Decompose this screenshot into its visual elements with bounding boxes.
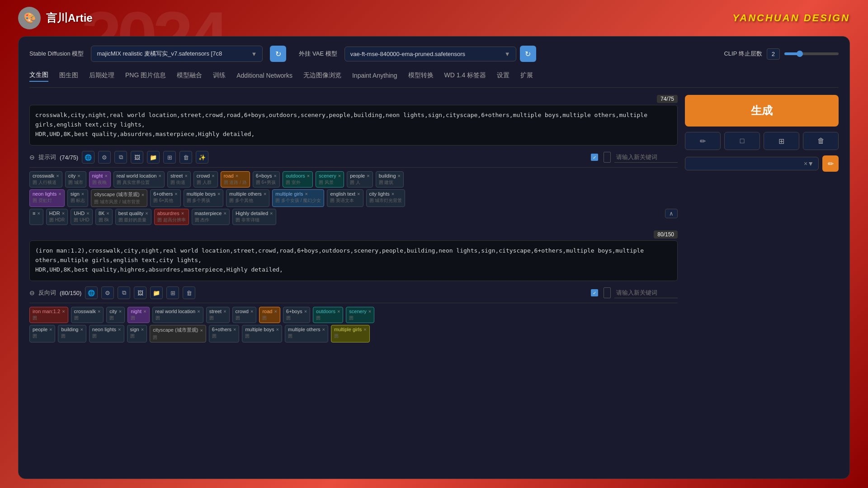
tag-road[interactable]: road ×囲 道路 / 路 (221, 171, 250, 188)
tag-neon-lights[interactable]: neon lights ×囲 霓虹灯 (29, 189, 65, 207)
neg-tag-multiple-boys[interactable]: multiple boys ×囲 (242, 325, 282, 343)
neg-tag-sign[interactable]: sign ×囲 (127, 325, 147, 343)
tag-cityscape[interactable]: cityscape (城市景观) ×囲 城市风景 / 城市背景 (91, 189, 147, 207)
duplicate-icon-btn[interactable]: ⊞ (163, 151, 176, 164)
grid-tool-button[interactable]: ⊞ (764, 132, 799, 150)
neg-view-toggle-btn[interactable] (604, 287, 611, 298)
magic-icon-btn[interactable]: ✨ (196, 151, 208, 164)
edit-tool-button[interactable]: ✏ (685, 132, 721, 150)
tag-bars[interactable]: ≡ × (29, 209, 43, 225)
tag-outdoors[interactable]: outdoors ×囲 室外 (283, 171, 313, 188)
orange-pen-button[interactable]: ✏ (822, 155, 839, 172)
tab-train[interactable]: 训练 (213, 70, 226, 81)
tag-absurdres[interactable]: absurdres ×囲 超高分辨率 (154, 209, 189, 225)
folder-icon-btn[interactable]: 📁 (147, 151, 160, 164)
copy-icon-btn[interactable]: ⧉ (114, 151, 127, 164)
neg-tag-neon-lights[interactable]: neon lights ×囲 (89, 325, 124, 343)
tag-night[interactable]: night ×囲 夜晚 (89, 171, 111, 188)
tab-postprocess[interactable]: 后期处理 (89, 70, 114, 81)
neg-trash-icon-btn[interactable]: 🗑 (183, 286, 195, 299)
sd-model-select[interactable]: majicMIX realistic 麦橘写实_v7.safetensors [… (91, 46, 263, 62)
tab-merge[interactable]: 模型融合 (177, 70, 202, 81)
negative-prompt-textarea[interactable]: (iron man:1.2),crosswalk,city,night,real… (29, 240, 678, 281)
neg-tag-road[interactable]: road ×囲 (259, 307, 280, 323)
neg-tag-cityscape[interactable]: cityscape (城市景观) ×囲 (150, 325, 206, 343)
tab-model-convert[interactable]: 模型转换 (408, 70, 434, 81)
tag-city[interactable]: city ×囲 城市 (65, 171, 86, 188)
neg-tag-6plus-boys[interactable]: 6+boys ×囲 (283, 307, 310, 323)
image-icon-btn[interactable]: 🖼 (131, 151, 143, 164)
neg-tag-6plus-others[interactable]: 6+others ×囲 (209, 325, 240, 343)
tab-wd-tagger[interactable]: WD 1.4 标签器 (444, 70, 486, 81)
neg-tag-ironman[interactable]: iron man:1.2 ×囲 (29, 307, 68, 323)
tag-city-lights[interactable]: city lights ×囲 城市灯光背景 (366, 189, 406, 207)
tag-highly-detailed[interactable]: Highly detailed ×囲 非常详细 (232, 209, 276, 225)
tag-people[interactable]: people ×囲 人 (347, 171, 373, 188)
trash-tool-button[interactable]: 🗑 (803, 132, 839, 150)
tag-english-text[interactable]: english text ×囲 英语文本 (327, 189, 363, 207)
tag-masterpiece[interactable]: masterpiece ×囲 杰作 (192, 209, 230, 225)
neg-tag-multiple-girls[interactable]: multiple girls ×囲 (331, 325, 370, 343)
tag-uhd[interactable]: UHD ×囲 UHD (71, 209, 92, 225)
clear-color-button[interactable]: × (804, 160, 807, 167)
neg-copy-icon-btn[interactable]: ⧉ (118, 286, 130, 299)
tab-settings[interactable]: 设置 (497, 70, 509, 81)
tab-inpaint-anything[interactable]: Inpaint Anything (352, 70, 397, 81)
neg-tag-real-world-location[interactable]: real world location ×囲 (152, 307, 203, 323)
neg-tag-city[interactable]: city ×囲 (106, 307, 125, 323)
neg-tag-outdoors[interactable]: outdoors ×囲 (313, 307, 343, 323)
tab-img2img[interactable]: 图生图 (59, 70, 78, 81)
collapse-button[interactable]: ∧ (665, 209, 678, 218)
tag-multiple-boys[interactable]: multiple boys ×囲 多个男孩 (184, 189, 224, 207)
neg-gear-icon-btn[interactable]: ⚙ (101, 286, 114, 299)
tag-hdr[interactable]: HDR ×囲 HDR (46, 209, 68, 225)
neg-tag-crowd[interactable]: crowd ×囲 (232, 307, 257, 323)
tab-txt2img[interactable]: 文生图 (29, 69, 48, 82)
globe-icon-btn[interactable]: 🌐 (82, 151, 94, 164)
tag-6plus-boys[interactable]: 6+boys ×囲 6+男孩 (253, 171, 280, 188)
neg-tag-scenery[interactable]: scenery ×囲 (346, 307, 374, 323)
neg-globe-icon-btn[interactable]: 🌐 (85, 286, 98, 299)
tag-crowd[interactable]: crowd ×囲 人群 (193, 171, 218, 188)
neg-tag-night[interactable]: night ×囲 (127, 307, 149, 323)
clip-slider[interactable] (784, 52, 839, 55)
tab-png-info[interactable]: PNG 图片信息 (125, 70, 166, 81)
neg-keyword-checkbox[interactable]: ✓ (591, 289, 598, 296)
trash-icon-btn[interactable]: 🗑 (179, 151, 192, 164)
neg-tag-people[interactable]: people ×囲 (29, 325, 55, 343)
tag-sign[interactable]: sign ×囲 标志 (67, 189, 89, 207)
neg-folder-icon-btn[interactable]: 📁 (150, 286, 163, 299)
sd-model-refresh-button[interactable]: ↻ (270, 46, 286, 62)
tab-expand[interactable]: 扩展 (520, 71, 533, 80)
neg-keyword-search-input[interactable] (614, 287, 678, 298)
positive-prompt-textarea[interactable]: crosswalk,city,night,real world location… (29, 105, 678, 145)
gear-icon-btn[interactable]: ⚙ (98, 151, 111, 164)
tab-additional-networks[interactable]: Additional Networks (236, 70, 292, 81)
tag-real-world-location[interactable]: real world location ×囲 真实世界位置 (113, 171, 165, 188)
tag-multiple-girls[interactable]: multiple girls ×囲 多个女孩 / 魔幻少女 (272, 189, 324, 207)
neg-tag-crosswalk[interactable]: crosswalk ×囲 (71, 307, 104, 323)
keyword-checkbox[interactable]: ✓ (591, 154, 598, 161)
neg-duplicate-icon-btn[interactable]: ⊞ (166, 286, 179, 299)
tag-best-quality[interactable]: best quality ×囲 最好的质量 (115, 209, 151, 225)
frame-tool-button[interactable]: □ (724, 132, 760, 150)
generate-button[interactable]: 生成 (685, 95, 839, 127)
tag-scenery[interactable]: scenery ×囲 风景 (316, 171, 344, 188)
neg-tag-building[interactable]: building ×囲 (58, 325, 86, 343)
neg-tag-multiple-others[interactable]: multiple others ×囲 (285, 325, 328, 343)
tag-6plus-others[interactable]: 6+others ×囲 6+其他 (150, 189, 181, 207)
chevron-down-color-button[interactable]: ▼ (807, 160, 814, 167)
tag-street[interactable]: street ×囲 街道 (167, 171, 191, 188)
vae-model-select[interactable]: vae-ft-mse-840000-ema-pruned.safetensors… (344, 47, 516, 61)
tag-multiple-others[interactable]: multiple others ×囲 多个其他 (226, 189, 269, 207)
vae-model-refresh-button[interactable]: ↻ (520, 46, 536, 62)
keyword-search-input[interactable] (614, 152, 678, 163)
color-input-field[interactable] (690, 160, 804, 167)
neg-image-icon-btn[interactable]: 🖼 (134, 286, 146, 299)
tag-8k[interactable]: 8K ×囲 8k (95, 209, 113, 225)
tag-building[interactable]: building ×囲 建筑 (376, 171, 404, 188)
tag-crosswalk[interactable]: crosswalk ×囲 人行横道 (29, 171, 62, 188)
neg-tag-street[interactable]: street ×囲 (206, 307, 230, 323)
tab-infinite-browse[interactable]: 无边图像浏览 (303, 70, 341, 81)
view-toggle-btn[interactable] (604, 152, 611, 163)
